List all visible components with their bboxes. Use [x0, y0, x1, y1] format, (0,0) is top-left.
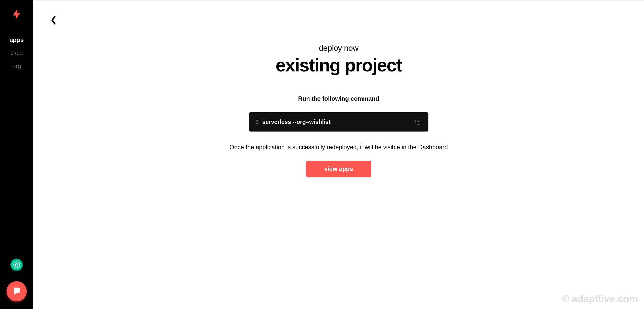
back-button[interactable] — [49, 14, 58, 28]
svg-rect-3 — [417, 121, 420, 124]
user-avatar[interactable] — [10, 259, 23, 271]
logo-icon[interactable] — [12, 8, 22, 21]
watermark: © adapttive.com — [562, 293, 638, 304]
page-subtitle: deploy now — [319, 43, 359, 53]
command-box: $ serverless --org=wishlist — [249, 112, 428, 132]
main-content: deploy now existing project Run the foll… — [33, 0, 644, 309]
svg-point-1 — [15, 264, 18, 266]
command-prompt: $ — [255, 119, 259, 125]
svg-point-0 — [14, 262, 20, 268]
description-text: Once the application is successfully red… — [229, 144, 448, 151]
sidebar-bottom — [0, 259, 33, 301]
nav-item-apps[interactable]: apps — [0, 33, 33, 46]
copy-icon — [415, 119, 421, 125]
content-area: deploy now existing project Run the foll… — [225, 43, 452, 177]
sidebar: apps ci/cd org — [0, 0, 33, 309]
view-apps-button[interactable]: view apps — [306, 161, 371, 177]
chevron-left-icon — [51, 16, 56, 25]
chat-button[interactable] — [7, 281, 27, 301]
instruction-text: Run the following command — [298, 95, 379, 102]
nav-item-org[interactable]: org — [0, 60, 33, 73]
command-text-wrapper: $ serverless --org=wishlist — [255, 119, 331, 125]
chat-icon — [12, 286, 22, 296]
command-text: serverless --org=wishlist — [262, 119, 330, 125]
page-title: existing project — [276, 55, 402, 75]
copy-button[interactable] — [414, 118, 422, 126]
nav-item-cicd[interactable]: ci/cd — [0, 46, 33, 60]
